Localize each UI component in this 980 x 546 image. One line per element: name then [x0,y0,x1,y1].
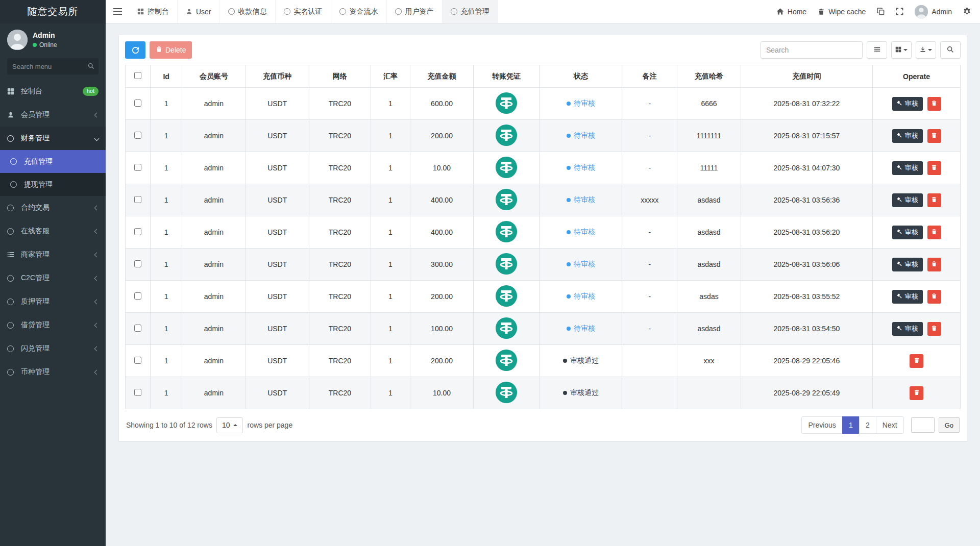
audit-button[interactable]: 审核 [892,193,923,207]
cell-amount: 200.00 [410,345,473,377]
audit-button[interactable]: 审核 [892,226,923,239]
column-header-rate[interactable]: 汇率 [371,65,410,88]
row-checkbox[interactable] [134,196,141,203]
delete-row-button[interactable] [910,386,923,400]
page-button-2[interactable]: 2 [859,416,876,434]
tether-voucher-icon[interactable] [495,156,518,179]
column-header-operate: Operate [873,65,961,88]
menu-search-input[interactable] [7,58,99,75]
tether-voucher-icon[interactable] [495,188,518,211]
row-checkbox[interactable] [134,292,141,300]
tether-voucher-icon[interactable] [495,92,518,114]
page-size-dropdown[interactable]: 10 [216,417,243,433]
row-checkbox[interactable] [134,132,141,139]
audit-button[interactable]: 审核 [892,322,923,336]
tether-voucher-icon[interactable] [495,317,518,339]
row-checkbox[interactable] [134,164,141,171]
sidebar-item-label: 控制台 [21,87,83,96]
tab-label: 收款信息 [238,7,267,16]
sidebar-item-staking[interactable]: 质押管理 [0,290,106,313]
row-checkbox[interactable] [134,357,141,364]
search-icon[interactable] [88,63,94,71]
tether-voucher-icon[interactable] [495,381,518,404]
column-header-id[interactable]: Id [151,65,182,88]
sidebar-item-swap[interactable]: 闪兑管理 [0,337,106,360]
tether-voucher-icon[interactable] [495,124,518,146]
tab-fund-flow[interactable]: 资金流水 [331,0,387,23]
page-button-1[interactable]: 1 [842,416,860,434]
search-toggle-button[interactable] [940,41,961,59]
table-search-input[interactable] [761,41,863,59]
delete-row-button[interactable] [927,161,941,175]
row-checkbox[interactable] [134,228,141,235]
fullscreen-icon[interactable] [896,8,903,15]
delete-row-button[interactable] [927,226,941,239]
row-checkbox[interactable] [134,260,141,267]
sidebar-item-finance[interactable]: 财务管理 [0,127,106,150]
delete-button[interactable]: Delete [150,41,192,59]
page-jump-input[interactable] [911,417,935,433]
sidebar-toggle-icon[interactable] [106,0,129,23]
row-checkbox[interactable] [134,325,141,332]
delete-row-button[interactable] [927,290,941,304]
cell-remark [622,377,677,409]
settings-gear-icon[interactable] [963,8,971,15]
chevron-left-icon [94,299,100,304]
audit-button[interactable]: 审核 [892,97,923,111]
go-button[interactable]: Go [939,417,960,433]
column-header-time[interactable]: 充值时间 [741,65,872,88]
tether-voucher-icon[interactable] [495,285,518,307]
previous-page-button[interactable]: Previous [801,416,842,434]
column-header-coin[interactable]: 充值币种 [246,65,309,88]
column-header-status[interactable]: 状态 [540,65,622,88]
home-button[interactable]: Home [776,8,806,16]
clone-windows-icon[interactable] [877,8,885,15]
delete-row-button[interactable] [910,354,923,368]
delete-row-button[interactable] [927,97,941,111]
tether-voucher-icon[interactable] [495,220,518,243]
sidebar-item-merchant[interactable]: 商家管理 [0,243,106,266]
next-page-button[interactable]: Next [876,416,904,434]
wipe-cache-button[interactable]: Wipe cache [818,8,866,16]
sidebar-item-coins[interactable]: 币种管理 [0,360,106,384]
audit-button[interactable]: 审核 [892,258,923,271]
admin-menu[interactable]: Admin [915,5,952,18]
sidebar-item-recharge-admin[interactable]: 充值管理 [0,150,106,173]
audit-button[interactable]: 审核 [892,161,923,175]
sidebar-item-contract[interactable]: 合约交易 [0,196,106,219]
sidebar-item-c2c[interactable]: C2C管理 [0,266,106,290]
delete-row-button[interactable] [927,258,941,271]
audit-button[interactable]: 审核 [892,129,923,143]
column-header-account[interactable]: 会员账号 [182,65,246,88]
tab-console[interactable]: 控制台 [129,0,178,23]
column-header-network[interactable]: 网络 [309,65,371,88]
sidebar-item-support[interactable]: 在线客服 [0,219,106,243]
tab-user-assets[interactable]: 用户资产 [387,0,443,23]
tab-recharge-admin[interactable]: 充值管理 [443,0,498,23]
delete-row-button[interactable] [927,129,941,143]
delete-row-button[interactable] [927,322,941,336]
app-root: 随意交易所 Admin Online [0,0,980,546]
delete-row-button[interactable] [927,193,941,207]
column-header-amount[interactable]: 充值金额 [410,65,473,88]
tab-user[interactable]: User [178,0,220,23]
tether-voucher-icon[interactable] [495,253,518,275]
tether-voucher-icon[interactable] [495,349,518,371]
sidebar-item-withdraw-admin[interactable]: 提现管理 [0,173,106,196]
select-all-checkbox[interactable] [134,72,141,79]
column-header-voucher[interactable]: 转账凭证 [474,65,540,88]
refresh-button[interactable] [125,41,145,59]
column-header-remark[interactable]: 备注 [622,65,677,88]
toggle-view-button[interactable] [867,41,887,59]
sidebar-item-members[interactable]: 会员管理 [0,103,106,127]
sidebar-item-console[interactable]: 控制台 hot [0,80,106,103]
tab-payment-info[interactable]: 收款信息 [220,0,276,23]
columns-button[interactable] [891,41,912,59]
audit-button[interactable]: 审核 [892,290,923,304]
tab-kyc[interactable]: 实名认证 [276,0,331,23]
export-button[interactable] [916,41,936,59]
column-header-hash[interactable]: 充值哈希 [677,65,741,88]
row-checkbox[interactable] [134,100,141,107]
sidebar-item-lending[interactable]: 借贷管理 [0,313,106,337]
row-checkbox[interactable] [134,389,141,396]
